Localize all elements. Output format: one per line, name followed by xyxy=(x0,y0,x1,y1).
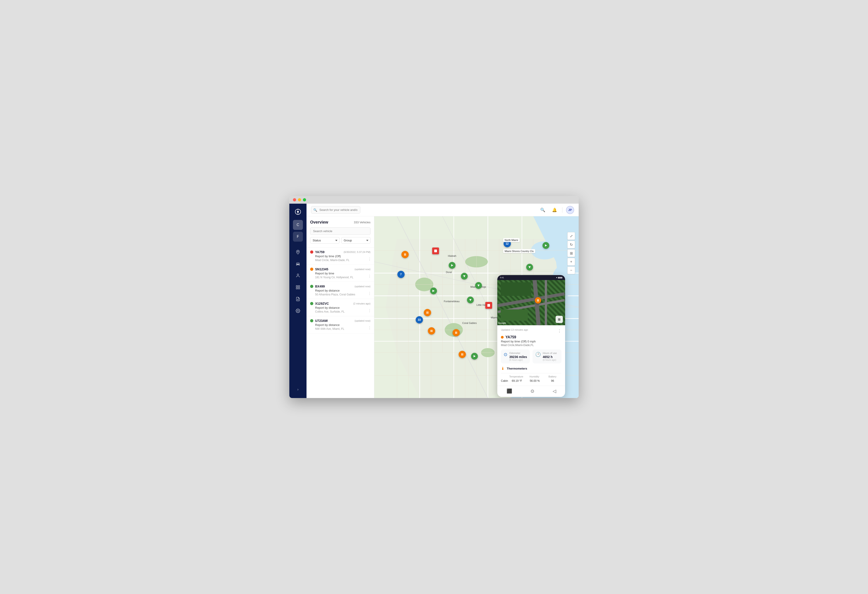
mc-table-row: Cabin 69.19 °F 56.00 % 96 xyxy=(501,379,561,383)
vehicle-more-menu[interactable]: ⋮ xyxy=(368,257,371,261)
mc-report-text: Report by time (Off) 0 mph xyxy=(501,340,561,343)
mc-more-button[interactable]: ⋮ xyxy=(557,328,561,333)
svg-rect-51 xyxy=(434,250,437,252)
mobile-nav-back[interactable]: ◁ xyxy=(553,388,556,394)
map-marker-pause-2[interactable] xyxy=(424,309,431,316)
mc-col-humidity: Humidity xyxy=(526,375,543,378)
svg-rect-9 xyxy=(298,288,300,289)
minimize-button[interactable] xyxy=(298,198,301,201)
map-marker-go-mid[interactable] xyxy=(430,288,437,294)
map-marker-stop-2[interactable] xyxy=(485,302,492,309)
vehicle-report: Report by distance xyxy=(310,323,371,327)
sidebar-item-settings[interactable] xyxy=(293,306,303,316)
mc-stat-odometer: ⊙ Odometer 39236 miles (6 hours ago) xyxy=(501,349,530,363)
map-area[interactable]: Hialeah Miami Coral Gables Miami Springs… xyxy=(374,216,579,398)
odometer-icon: ⊙ xyxy=(503,352,508,357)
map-marker-go[interactable] xyxy=(449,262,455,269)
vehicle-address: Miad Circle, Miami-Dade, FL xyxy=(310,259,371,262)
mc-status-dot xyxy=(501,336,503,338)
map-marker-down-1[interactable] xyxy=(461,273,468,279)
map-marker-pause[interactable] xyxy=(402,251,409,258)
map-label-coral-gables: Coral Gables xyxy=(462,322,477,324)
map-marker-pause-5[interactable] xyxy=(453,329,460,336)
app-container: C F xyxy=(289,204,579,398)
vehicle-more-menu[interactable]: ⋮ xyxy=(368,309,371,313)
sidebar-item-users[interactable] xyxy=(293,270,303,281)
map-marker-pause-3[interactable] xyxy=(428,327,435,334)
zoom-in-button[interactable]: + xyxy=(567,258,575,266)
svg-marker-57 xyxy=(528,266,531,268)
vehicle-more-menu[interactable]: ⋮ xyxy=(368,326,371,330)
map-marker-cluster-33[interactable]: 33 xyxy=(416,316,423,324)
mobile-status-bar: 9:41 ● ▮▮▮▮ xyxy=(497,275,565,280)
vehicle-address: 50 Alhambra Plaza, Coral Gables xyxy=(310,293,371,296)
map-marker-down-3[interactable] xyxy=(467,297,474,303)
vehicle-item[interactable]: U723AW (updated now) Report by distance … xyxy=(307,316,374,333)
vehicle-time: (6/30/2022, 5:37:24 PM) xyxy=(344,251,371,253)
map-marker-stop[interactable] xyxy=(432,247,439,254)
vehicle-item[interactable]: BX499 (updated now) Report by distance 5… xyxy=(307,282,374,299)
map-marker-pause-4[interactable] xyxy=(459,351,466,358)
browser-window: C F xyxy=(289,196,579,398)
mc-thermo-table: Temperature Humidity Battery Cabin 69.19… xyxy=(501,373,561,383)
svg-point-12 xyxy=(297,310,298,312)
vehicle-more-menu[interactable]: ⋮ xyxy=(368,274,371,278)
mobile-nav-home[interactable]: ⊙ xyxy=(530,388,534,394)
sidebar-bottom: › xyxy=(293,384,303,395)
refresh-map-button[interactable]: ↻ xyxy=(567,241,575,248)
svg-rect-8 xyxy=(296,288,298,289)
sidebar-item-vehicle[interactable] xyxy=(293,259,303,269)
sidebar-item-location[interactable] xyxy=(293,247,303,257)
map-marker-down-2[interactable] xyxy=(475,282,482,289)
user-avatar[interactable]: JP xyxy=(566,206,574,214)
mc-hours-label: Hours of use xyxy=(543,352,557,355)
notifications-button[interactable]: 🔔 xyxy=(551,206,558,214)
mc-update-time: Updated 13 minutes ago xyxy=(501,328,528,331)
mobile-map-preview[interactable]: ⊞ Google xyxy=(497,280,565,325)
sidebar-item-reports[interactable] xyxy=(293,294,303,304)
vehicle-item[interactable]: X129ZVC (2 minutes ago) Report by distan… xyxy=(307,299,374,316)
mc-col-battery: Battery xyxy=(543,375,561,378)
vehicle-id: SN12345 xyxy=(315,267,328,271)
status-indicator xyxy=(310,302,313,305)
mc-row-name: Cabin xyxy=(501,379,508,383)
group-filter[interactable]: Group Group 1 Group 2 xyxy=(341,237,371,244)
close-button[interactable] xyxy=(293,198,296,201)
vehicle-report: Report by time (Off) xyxy=(310,254,371,258)
sidebar-btn-c[interactable]: C xyxy=(293,220,303,230)
svg-marker-56 xyxy=(469,299,471,301)
zoom-out-button[interactable]: − xyxy=(567,266,575,274)
status-indicator xyxy=(310,267,313,271)
sidebar-item-grid[interactable] xyxy=(293,282,303,292)
vehicle-address: 181 N Young Cir, Hollywood, FL xyxy=(310,276,371,279)
status-filter[interactable]: Status Active Idle Off xyxy=(310,237,340,244)
layers-button[interactable]: ⊞ xyxy=(567,249,575,257)
vehicle-id-row: SN12345 xyxy=(310,267,328,271)
map-marker-down-4[interactable] xyxy=(526,264,533,270)
mobile-nav-square[interactable]: ⬛ xyxy=(506,388,512,394)
search-icon-button[interactable]: 🔍 xyxy=(539,206,547,214)
vehicle-list: YA759 (6/30/2022, 5:37:24 PM) Report by … xyxy=(307,247,374,398)
vehicle-search-input[interactable] xyxy=(310,228,371,235)
mobile-layer-button[interactable]: ⊞ xyxy=(556,316,563,323)
mc-row-humidity: 56.00 % xyxy=(526,379,544,383)
vehicle-report: Report by distance xyxy=(310,306,371,309)
vehicle-id-row: BX499 xyxy=(310,285,325,288)
svg-rect-7 xyxy=(298,286,300,287)
map-marker-cluster[interactable]: 7 xyxy=(397,271,404,278)
vehicle-item[interactable]: YA759 (6/30/2022, 5:37:24 PM) Report by … xyxy=(307,247,374,264)
global-search-input[interactable] xyxy=(311,206,360,214)
sidebar-collapse-button[interactable]: › xyxy=(293,384,303,395)
svg-rect-50 xyxy=(405,253,406,256)
mc-col-name xyxy=(501,375,507,378)
maximize-button[interactable] xyxy=(303,198,306,201)
map-marker-go-topright[interactable] xyxy=(542,242,549,249)
vehicle-more-menu[interactable]: ⋮ xyxy=(368,291,371,296)
map-marker-go-bottom[interactable] xyxy=(471,353,478,360)
sidebar-btn-f[interactable]: F xyxy=(293,232,303,242)
mc-stat-hours: 🕐 Hours of use 4652 h (6 hours ago) xyxy=(533,349,561,363)
panel-header-top: Overview 333 Vehicles xyxy=(310,220,371,225)
expand-map-button[interactable]: ⤢ xyxy=(567,232,575,240)
vehicle-item-header: BX499 (updated now) xyxy=(310,285,371,288)
vehicle-item[interactable]: SN12345 (updated now) Report by time 181… xyxy=(307,264,374,282)
